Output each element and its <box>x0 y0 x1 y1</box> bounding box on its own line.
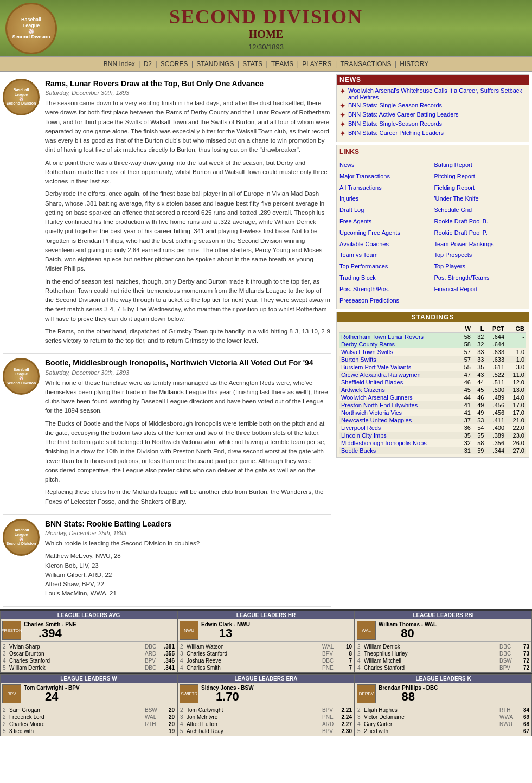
nav-scores[interactable]: SCORES <box>161 60 188 68</box>
table-row: Newcastle United Magpies 37 53 .411 21.0 <box>339 416 526 424</box>
team-pct: .644 <box>485 333 506 341</box>
nav-stats[interactable]: STATS <box>242 60 262 68</box>
link-item[interactable]: Injuries <box>339 194 432 204</box>
link-item[interactable]: Financial Report <box>434 284 527 295</box>
link-item[interactable]: News <box>339 160 432 171</box>
link-item[interactable]: Team Power Rankings <box>434 239 527 250</box>
team-pct: .633 <box>485 348 506 356</box>
link-item[interactable]: Upcoming Free Agents <box>339 228 432 239</box>
news-link[interactable]: BNN Stats: Single-Season Records <box>348 102 442 108</box>
news-link[interactable]: Woolwich Arsenal's Whitehouse Calls It a… <box>348 87 526 100</box>
team-name[interactable]: Middlesborough Ironopolis Nops <box>339 439 459 447</box>
team-name[interactable]: Bootle Bucks <box>339 447 459 454</box>
news-section: NEWS ✦Woolwich Arsenal's Whitehouse Call… <box>336 74 529 142</box>
page-date: 12/30/1893 <box>169 43 363 51</box>
nav-history[interactable]: HISTORY <box>400 60 428 68</box>
team-name[interactable]: Ardwick Citizens <box>339 386 459 394</box>
news-link[interactable]: BNN Stats: Career Pitching Leaders <box>348 130 444 136</box>
table-row: Burslem Port Vale Valiants 55 35 .611 3.… <box>339 363 526 371</box>
page-header: BaseballLeague⚾Second Division SECOND DI… <box>0 0 532 56</box>
team-name[interactable]: Burslem Port Vale Valiants <box>339 363 459 371</box>
news-link[interactable]: BNN Stats: Single-Season Records <box>348 120 442 127</box>
nav-d2[interactable]: D2 <box>144 60 152 68</box>
link-item[interactable]: Available Coaches <box>339 239 432 250</box>
nav-transactions[interactable]: TRANSACTIONS <box>340 60 391 68</box>
team-w: 35 <box>459 432 472 439</box>
article-2-body: While none of these franchise were as te… <box>45 378 331 506</box>
news-header: NEWS <box>337 75 529 85</box>
team-gb: 23.0 <box>506 432 526 439</box>
player-team: DBC <box>499 651 516 657</box>
rank: 5 <box>3 728 9 734</box>
rank: 4 <box>357 721 364 727</box>
link-item[interactable]: Pitching Report <box>434 171 527 182</box>
team-l: 59 <box>472 447 486 454</box>
link-item[interactable]: Free Agents <box>339 216 432 227</box>
player-value: 2.27 <box>338 721 352 727</box>
player-value: 20 <box>161 714 175 720</box>
team-name[interactable]: Woolwich Arsenal Gunners <box>339 394 459 401</box>
article-3-content: BNN Stats: Rookie Batting Leaders Monday… <box>45 519 331 602</box>
logo-box: BaseballLeague⚾Second Division <box>5 3 60 57</box>
leader-box: LEAGUE LEADERS HRNWU Edwin Clark - NWU 1… <box>177 611 355 673</box>
team-name[interactable]: Derby County Rams <box>339 341 459 348</box>
team-name[interactable]: Walsall Town Swifts <box>339 348 459 356</box>
link-item[interactable]: Preseason Predictions <box>339 296 432 306</box>
list-item: 4 Charles Smith PNE 7 <box>180 664 352 671</box>
leader-category-header: LEAGUE LEADERS W <box>1 675 177 683</box>
link-item[interactable]: Major Transactions <box>339 171 432 182</box>
link-item[interactable]: Fielding Report <box>434 183 527 194</box>
leader-list: 2 William Watson WAL 10 3 Charles Stanfo… <box>178 642 354 672</box>
link-item[interactable]: Rookie Draft Pool P. <box>434 228 527 239</box>
team-gb: 1.0 <box>506 356 526 363</box>
link-item[interactable]: Schedule Grid <box>434 205 527 216</box>
team-name[interactable]: Crewe Alexandra Railwaymen <box>339 371 459 378</box>
team-name[interactable]: Sheffield United Blades <box>339 378 459 386</box>
link-item[interactable]: 'Under The Knife' <box>434 194 527 204</box>
rank: 5 <box>357 728 364 734</box>
link-item[interactable]: Pos. Strength/Teams <box>434 273 527 284</box>
link-item[interactable]: Trading Block <box>339 273 432 284</box>
team-name[interactable]: Preston North End Lilywhites <box>339 401 459 409</box>
news-items: ✦Woolwich Arsenal's Whitehouse Calls It … <box>339 87 526 137</box>
list-item: 2 Tom Cartwright BPV 2.21 <box>180 707 352 714</box>
league-leaders-row1: LEAGUE LEADERS AVGPRESTON Charles Smith … <box>0 609 532 673</box>
link-item[interactable]: Top Prospects <box>434 250 527 261</box>
nav-players[interactable]: PLAYERS <box>302 60 331 68</box>
player-team: BSW <box>145 707 161 713</box>
link-item[interactable]: All Transactions <box>339 183 432 194</box>
team-name[interactable]: Liverpool Reds <box>339 424 459 432</box>
news-link[interactable]: BNN Stats: Active Career Batting Leaders <box>348 111 459 118</box>
team-w: 31 <box>459 447 472 454</box>
player-name: Oscar Brunton <box>9 651 145 657</box>
leader-name-stat: Edwin Clark - NWU 13 <box>201 621 250 639</box>
link-item[interactable]: Team vs Team <box>339 250 432 261</box>
player-name: Frederick Lord <box>9 714 145 720</box>
rank: 5 <box>180 728 187 734</box>
link-item[interactable]: Top Players <box>434 261 527 272</box>
team-name[interactable]: Newcastle United Magpies <box>339 416 459 424</box>
rank: 2 <box>3 721 9 727</box>
player-name: William Derrick <box>9 665 145 671</box>
list-item: 4 Joshua Reeve DBC 7 <box>180 657 352 664</box>
link-item[interactable]: Draft Log <box>339 205 432 216</box>
link-item[interactable]: Batting Report <box>434 160 527 171</box>
team-name[interactable]: Rotherham Town Lunar Rovers <box>339 333 459 341</box>
team-w: 47 <box>459 371 472 378</box>
player-name: Archibald Reay <box>187 728 322 734</box>
nav-bnn-index[interactable]: BNN Index <box>104 60 135 68</box>
team-name[interactable]: Lincoln City Imps <box>339 432 459 439</box>
team-name[interactable]: Northwich Victoria Vics <box>339 409 459 416</box>
nav-standings[interactable]: STANDINGS <box>196 60 234 68</box>
nav-teams[interactable]: TEAMS <box>271 60 293 68</box>
team-name[interactable]: Burton Swifts <box>339 356 459 363</box>
link-item[interactable]: Pos. Strength/Pos. <box>339 284 432 295</box>
leader-avatar: PRESTON <box>2 621 21 640</box>
link-item[interactable]: Top Performances <box>339 261 432 272</box>
leader-top-section: NWU Edwin Clark - NWU 13 <box>178 619 354 642</box>
table-row: Northwich Victoria Vics 41 49 .456 17.0 <box>339 409 526 416</box>
link-item[interactable]: Rookie Draft Pool B. <box>434 216 527 227</box>
table-row: Ardwick Citizens 45 45 .500 13.0 <box>339 386 526 394</box>
leader-avatar: SWIFTS <box>180 684 198 703</box>
player-value: 20 <box>161 721 175 727</box>
